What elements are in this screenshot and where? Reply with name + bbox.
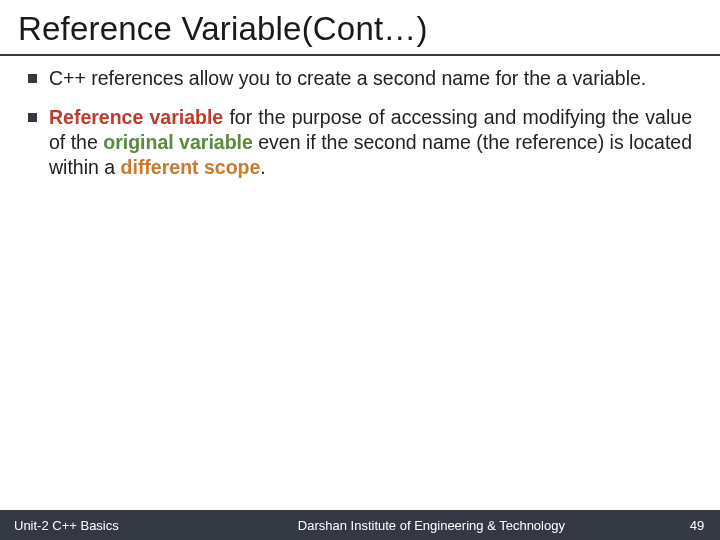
title-block: Reference Variable(Cont…) xyxy=(0,0,720,56)
emphasis-original-variable: original variable xyxy=(103,131,253,153)
footer-left: Unit-2 C++ Basics xyxy=(0,518,119,533)
emphasis-reference-variable: Reference variable xyxy=(49,106,223,128)
content-area: C++ references allow you to create a sec… xyxy=(0,56,720,180)
bullet-item: Reference variable for the purpose of ac… xyxy=(28,105,692,180)
emphasis-different-scope: different scope xyxy=(121,156,261,178)
square-bullet-icon xyxy=(28,113,37,122)
slide: Reference Variable(Cont…) C++ references… xyxy=(0,0,720,540)
footer-center: Darshan Institute of Engineering & Techn… xyxy=(119,518,684,533)
page-title: Reference Variable(Cont…) xyxy=(18,10,702,48)
footer-page-number: 49 xyxy=(684,518,720,533)
text-run: . xyxy=(260,156,265,178)
square-bullet-icon xyxy=(28,74,37,83)
footer-bar: Unit-2 C++ Basics Darshan Institute of E… xyxy=(0,510,720,540)
bullet-item: C++ references allow you to create a sec… xyxy=(28,66,692,91)
bullet-text: Reference variable for the purpose of ac… xyxy=(49,105,692,180)
bullet-text: C++ references allow you to create a sec… xyxy=(49,66,692,91)
